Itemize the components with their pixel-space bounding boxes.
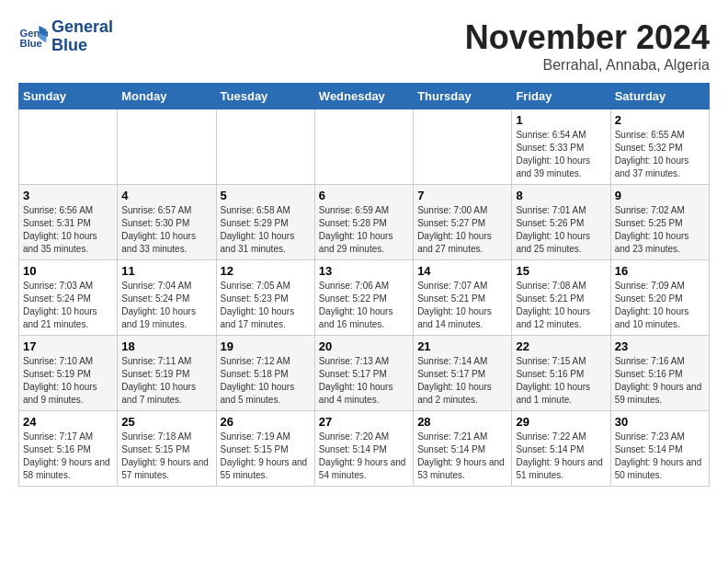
calendar-cell: 28Sunrise: 7:21 AMSunset: 5:14 PMDayligh… xyxy=(414,411,512,487)
day-info: Sunrise: 7:11 AMSunset: 5:19 PMDaylight:… xyxy=(121,355,211,407)
calendar-cell: 5Sunrise: 6:58 AMSunset: 5:29 PMDaylight… xyxy=(216,185,314,260)
calendar-cell xyxy=(216,109,314,185)
calendar-cell xyxy=(314,109,413,185)
calendar-cell: 19Sunrise: 7:12 AMSunset: 5:18 PMDayligh… xyxy=(216,336,314,411)
calendar-cell: 24Sunrise: 7:17 AMSunset: 5:16 PMDayligh… xyxy=(19,411,118,487)
day-number: 16 xyxy=(615,264,705,278)
header-saturday: Saturday xyxy=(610,84,709,109)
header-tuesday: Tuesday xyxy=(216,84,314,109)
day-number: 19 xyxy=(221,339,311,353)
calendar-cell: 29Sunrise: 7:22 AMSunset: 5:14 PMDayligh… xyxy=(512,411,610,487)
calendar-cell: 22Sunrise: 7:15 AMSunset: 5:16 PMDayligh… xyxy=(512,336,610,411)
logo: General Blue General Blue xyxy=(18,18,113,55)
day-info: Sunrise: 6:55 AMSunset: 5:32 PMDaylight:… xyxy=(615,129,705,180)
calendar-cell: 23Sunrise: 7:16 AMSunset: 5:16 PMDayligh… xyxy=(610,336,709,411)
day-info: Sunrise: 7:20 AMSunset: 5:14 PMDaylight:… xyxy=(319,431,409,482)
month-title: November 2024 xyxy=(465,18,710,57)
day-info: Sunrise: 7:15 AMSunset: 5:16 PMDaylight:… xyxy=(516,355,606,407)
day-info: Sunrise: 7:21 AMSunset: 5:14 PMDaylight:… xyxy=(417,431,507,482)
day-info: Sunrise: 7:23 AMSunset: 5:14 PMDaylight:… xyxy=(615,431,705,482)
day-info: Sunrise: 7:03 AMSunset: 5:24 PMDaylight:… xyxy=(23,280,113,331)
day-number: 6 xyxy=(319,189,409,202)
day-number: 10 xyxy=(23,264,113,278)
day-number: 15 xyxy=(516,264,606,278)
calendar-cell: 9Sunrise: 7:02 AMSunset: 5:25 PMDaylight… xyxy=(610,185,709,260)
day-info: Sunrise: 6:59 AMSunset: 5:28 PMDaylight:… xyxy=(319,204,409,256)
day-info: Sunrise: 7:12 AMSunset: 5:18 PMDaylight:… xyxy=(221,355,311,407)
day-number: 27 xyxy=(319,415,409,429)
day-info: Sunrise: 7:16 AMSunset: 5:16 PMDaylight:… xyxy=(615,355,705,407)
day-number: 26 xyxy=(221,415,311,429)
header-wednesday: Wednesday xyxy=(314,84,413,109)
day-info: Sunrise: 7:10 AMSunset: 5:19 PMDaylight:… xyxy=(23,355,113,407)
calendar-cell: 13Sunrise: 7:06 AMSunset: 5:22 PMDayligh… xyxy=(314,260,413,336)
calendar-cell xyxy=(19,109,118,185)
day-number: 21 xyxy=(417,339,507,353)
day-number: 5 xyxy=(221,189,311,202)
day-number: 7 xyxy=(417,189,507,202)
calendar-cell: 21Sunrise: 7:14 AMSunset: 5:17 PMDayligh… xyxy=(414,336,512,411)
calendar-cell xyxy=(414,109,512,185)
day-info: Sunrise: 7:14 AMSunset: 5:17 PMDaylight:… xyxy=(417,355,507,407)
day-info: Sunrise: 6:56 AMSunset: 5:31 PMDaylight:… xyxy=(23,204,113,256)
day-info: Sunrise: 7:01 AMSunset: 5:26 PMDaylight:… xyxy=(516,204,606,256)
day-info: Sunrise: 6:57 AMSunset: 5:30 PMDaylight:… xyxy=(121,204,211,256)
day-number: 25 xyxy=(121,415,211,429)
day-info: Sunrise: 7:09 AMSunset: 5:20 PMDaylight:… xyxy=(615,280,705,331)
calendar-cell: 16Sunrise: 7:09 AMSunset: 5:20 PMDayligh… xyxy=(610,260,709,336)
day-number: 22 xyxy=(516,339,606,353)
day-number: 13 xyxy=(319,264,409,278)
title-area: November 2024 Berrahal, Annaba, Algeria xyxy=(465,18,710,74)
calendar-cell: 15Sunrise: 7:08 AMSunset: 5:21 PMDayligh… xyxy=(512,260,610,336)
day-number: 4 xyxy=(121,189,211,202)
calendar-cell: 17Sunrise: 7:10 AMSunset: 5:19 PMDayligh… xyxy=(19,336,118,411)
calendar-week-3: 17Sunrise: 7:10 AMSunset: 5:19 PMDayligh… xyxy=(19,336,710,411)
day-number: 18 xyxy=(121,339,211,353)
calendar-cell: 20Sunrise: 7:13 AMSunset: 5:17 PMDayligh… xyxy=(314,336,413,411)
header-friday: Friday xyxy=(512,84,610,109)
day-info: Sunrise: 7:13 AMSunset: 5:17 PMDaylight:… xyxy=(319,355,409,407)
calendar-week-0: 1Sunrise: 6:54 AMSunset: 5:33 PMDaylight… xyxy=(19,109,710,185)
calendar-cell: 30Sunrise: 7:23 AMSunset: 5:14 PMDayligh… xyxy=(610,411,709,487)
calendar-cell: 10Sunrise: 7:03 AMSunset: 5:24 PMDayligh… xyxy=(19,260,118,336)
day-number: 28 xyxy=(417,415,507,429)
calendar-cell: 4Sunrise: 6:57 AMSunset: 5:30 PMDaylight… xyxy=(118,185,216,260)
calendar-cell: 12Sunrise: 7:05 AMSunset: 5:23 PMDayligh… xyxy=(216,260,314,336)
day-info: Sunrise: 7:17 AMSunset: 5:16 PMDaylight:… xyxy=(23,431,113,482)
day-number: 12 xyxy=(221,264,311,278)
weekday-header-row: Sunday Monday Tuesday Wednesday Thursday… xyxy=(19,84,710,109)
day-number: 29 xyxy=(516,415,606,429)
location-subtitle: Berrahal, Annaba, Algeria xyxy=(465,57,710,74)
day-number: 1 xyxy=(516,113,606,127)
day-number: 8 xyxy=(516,189,606,202)
header-monday: Monday xyxy=(118,84,216,109)
calendar-table: Sunday Monday Tuesday Wednesday Thursday… xyxy=(18,83,710,487)
calendar-week-1: 3Sunrise: 6:56 AMSunset: 5:31 PMDaylight… xyxy=(19,185,710,260)
day-info: Sunrise: 7:04 AMSunset: 5:24 PMDaylight:… xyxy=(121,280,211,331)
day-number: 24 xyxy=(23,415,113,429)
calendar-cell: 26Sunrise: 7:19 AMSunset: 5:15 PMDayligh… xyxy=(216,411,314,487)
calendar-cell: 8Sunrise: 7:01 AMSunset: 5:26 PMDaylight… xyxy=(512,185,610,260)
calendar-cell: 14Sunrise: 7:07 AMSunset: 5:21 PMDayligh… xyxy=(414,260,512,336)
day-info: Sunrise: 7:19 AMSunset: 5:15 PMDaylight:… xyxy=(221,431,311,482)
logo-line2: Blue xyxy=(51,37,113,55)
calendar-cell: 6Sunrise: 6:59 AMSunset: 5:28 PMDaylight… xyxy=(314,185,413,260)
calendar-cell xyxy=(118,109,216,185)
day-number: 17 xyxy=(23,339,113,353)
calendar-cell: 11Sunrise: 7:04 AMSunset: 5:24 PMDayligh… xyxy=(118,260,216,336)
header: General Blue General Blue November 2024 … xyxy=(18,18,710,74)
day-info: Sunrise: 7:00 AMSunset: 5:27 PMDaylight:… xyxy=(417,204,507,256)
day-info: Sunrise: 6:54 AMSunset: 5:33 PMDaylight:… xyxy=(516,129,606,180)
logo-icon: General Blue xyxy=(18,22,48,52)
header-thursday: Thursday xyxy=(414,84,512,109)
header-sunday: Sunday xyxy=(19,84,118,109)
svg-text:Blue: Blue xyxy=(20,38,42,49)
day-number: 30 xyxy=(615,415,705,429)
day-info: Sunrise: 6:58 AMSunset: 5:29 PMDaylight:… xyxy=(221,204,311,256)
calendar-body: 1Sunrise: 6:54 AMSunset: 5:33 PMDaylight… xyxy=(19,109,710,487)
day-info: Sunrise: 7:08 AMSunset: 5:21 PMDaylight:… xyxy=(516,280,606,331)
day-number: 14 xyxy=(417,264,507,278)
logo-line1: General xyxy=(51,18,113,37)
day-number: 3 xyxy=(23,189,113,202)
day-info: Sunrise: 7:06 AMSunset: 5:22 PMDaylight:… xyxy=(319,280,409,331)
